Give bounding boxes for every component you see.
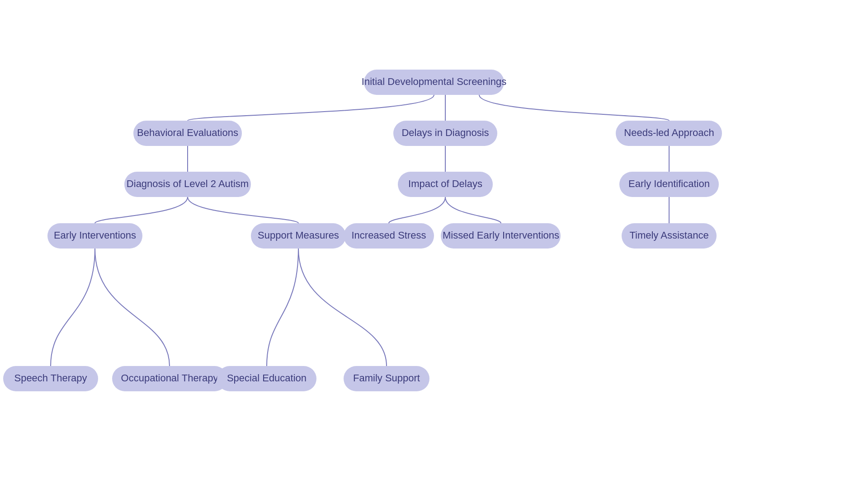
node-diagnosis: Diagnosis of Level 2 Autism — [124, 172, 251, 197]
special-ed-label: Special Education — [227, 372, 307, 384]
support-measures-label: Support Measures — [258, 230, 339, 241]
edge-early-speech — [51, 249, 95, 366]
edge-impact-missed — [445, 197, 501, 223]
speech-therapy-label: Speech Therapy — [14, 372, 87, 384]
edge-early-occ — [95, 249, 170, 366]
increased-stress-label: Increased Stress — [351, 230, 426, 241]
node-timely-assistance: Timely Assistance — [622, 223, 717, 249]
node-impact-delays: Impact of Delays — [398, 172, 493, 197]
impact-label: Impact of Delays — [408, 178, 482, 189]
node-occupational-therapy: Occupational Therapy — [112, 366, 227, 391]
node-delays-diagnosis: Delays in Diagnosis — [393, 121, 497, 146]
edge-diagnosis-early-int — [95, 197, 188, 223]
early-int-label: Early Interventions — [54, 230, 136, 241]
edge-root-needs — [479, 95, 669, 121]
node-family-support: Family Support — [344, 366, 429, 391]
node-needs-led: Needs-led Approach — [616, 121, 722, 146]
edge-diagnosis-support — [188, 197, 298, 223]
node-support-measures: Support Measures — [251, 223, 346, 249]
edge-support-special — [267, 249, 298, 366]
node-speech-therapy: Speech Therapy — [3, 366, 98, 391]
node-increased-stress: Increased Stress — [344, 223, 434, 249]
timely-label: Timely Assistance — [629, 230, 708, 241]
node-special-education: Special Education — [217, 366, 316, 391]
root-label: Initial Developmental Screenings — [362, 76, 506, 87]
occ-therapy-label: Occupational Therapy — [121, 372, 218, 384]
mind-map-svg: Initial Developmental Screenings Behavio… — [0, 0, 868, 488]
diagnosis-label: Diagnosis of Level 2 Autism — [127, 178, 249, 189]
delays-label: Delays in Diagnosis — [401, 127, 489, 138]
edge-support-family — [298, 249, 387, 366]
node-root: Initial Developmental Screenings — [362, 70, 506, 95]
edge-impact-stress — [389, 197, 445, 223]
edge-root-behavioral — [188, 95, 434, 121]
node-behavioral: Behavioral Evaluations — [133, 121, 242, 146]
missed-label: Missed Early Interventions — [443, 230, 559, 241]
behavioral-label: Behavioral Evaluations — [137, 127, 238, 138]
needs-label: Needs-led Approach — [624, 127, 714, 138]
node-missed-interventions: Missed Early Interventions — [441, 223, 561, 249]
node-early-identification: Early Identification — [619, 172, 719, 197]
early-id-label: Early Identification — [628, 178, 710, 189]
family-support-label: Family Support — [353, 372, 420, 384]
node-early-interventions: Early Interventions — [47, 223, 142, 249]
